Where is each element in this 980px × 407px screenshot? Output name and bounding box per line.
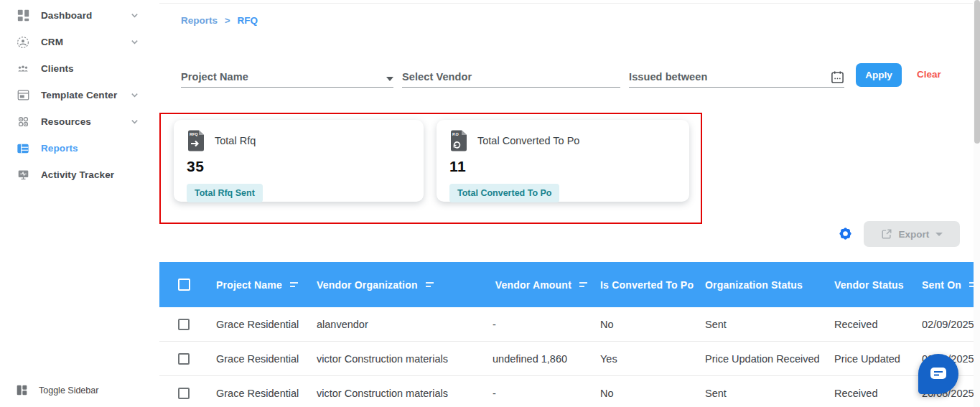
filter-icon[interactable] — [425, 281, 434, 289]
calendar-icon — [831, 70, 844, 84]
export-button[interactable]: Export — [864, 221, 960, 247]
breadcrumb-rfq-link[interactable]: RFQ — [238, 15, 258, 26]
column-header-organization-status[interactable]: Organization Status — [697, 279, 826, 291]
column-label: Vendor Amount — [495, 279, 571, 291]
row-checkbox[interactable] — [178, 388, 190, 399]
cell-vendor-status: Received — [826, 388, 914, 399]
cell-vendor-status: Received — [826, 319, 914, 330]
cell-project-name: Grace Residential — [208, 388, 309, 399]
row-checkbox[interactable] — [178, 353, 190, 365]
cell-vendor-amount: - — [485, 319, 592, 330]
cell-sent-on: 02/09/2025 — [914, 319, 980, 330]
dashboard-icon — [16, 9, 30, 23]
toggle-sidebar-label: Toggle Sidebar — [39, 385, 98, 396]
export-icon — [881, 228, 892, 240]
cell-is-converted-to-po: No — [592, 319, 697, 330]
dropdown-caret-icon — [386, 77, 393, 81]
rfq-document-icon: RFQ — [187, 130, 205, 151]
clients-icon — [16, 62, 30, 76]
po-document-icon: P.O — [449, 130, 468, 151]
status-badge: Total Converted To Po — [449, 184, 559, 202]
sidebar-item-dashboard[interactable]: Dashboard — [0, 2, 159, 29]
reports-icon — [16, 141, 30, 156]
sidebar-item-label: Resources — [41, 116, 91, 127]
template-center-icon — [16, 88, 30, 103]
filter-icon[interactable] — [289, 281, 299, 289]
column-label: Is Converted To Po — [600, 279, 694, 291]
cell-is-converted-to-po: Yes — [592, 353, 697, 365]
filter-icon[interactable] — [579, 281, 588, 289]
select-vendor-select[interactable]: Select Vendor — [402, 67, 620, 88]
column-header-vendor-status[interactable]: Vendor Status — [826, 279, 914, 291]
cell-organization-status: Price Updation Received — [697, 353, 826, 365]
sidebar-item-clients[interactable]: Clients — [0, 55, 159, 82]
clear-button[interactable]: Clear — [917, 69, 941, 80]
chat-widget-button[interactable] — [918, 354, 958, 394]
project-name-placeholder: Project Name — [181, 71, 248, 83]
chevron-down-icon — [130, 90, 139, 100]
column-label: Vendor Organization — [317, 279, 418, 291]
cell-vendor-organization: alanvendor — [309, 319, 485, 330]
window-scrollbar — [974, 0, 980, 407]
card-value: 11 — [449, 158, 676, 175]
chevron-down-icon — [130, 117, 139, 126]
card-title: Total Rfq — [215, 135, 256, 146]
sidebar-item-label: Dashboard — [41, 10, 92, 21]
cell-project-name: Grace Residential — [208, 353, 309, 365]
sidebar-item-label: CRM — [41, 37, 63, 47]
breadcrumb-reports-link[interactable]: Reports — [181, 15, 218, 26]
toggle-sidebar-button[interactable]: Toggle Sidebar — [16, 384, 98, 396]
sidebar-item-crm[interactable]: CRM — [0, 29, 159, 55]
crm-icon — [16, 35, 30, 50]
project-name-select[interactable]: Project Name — [181, 67, 393, 88]
table-row: Grace Residential alanvendor - No Sent R… — [159, 307, 980, 342]
chevron-down-icon — [130, 11, 139, 20]
table-header-row: Project Name Vendor Organization Vendor … — [159, 262, 980, 307]
activity-tracker-icon — [16, 168, 30, 182]
sidebar-item-label: Template Center — [41, 90, 117, 100]
sidebar-item-label: Clients — [41, 63, 74, 74]
sidebar-item-reports[interactable]: Reports — [0, 135, 159, 162]
card-title: Total Converted To Po — [477, 135, 579, 146]
status-badge: Total Rfq Sent — [187, 184, 263, 202]
select-all-checkbox[interactable] — [178, 279, 190, 291]
cell-organization-status: Sent — [697, 319, 826, 330]
rfq-table: Project Name Vendor Organization Vendor … — [159, 262, 980, 407]
column-header-sent-on[interactable]: Sent On — [914, 279, 980, 291]
cell-organization-status: Sent — [697, 388, 826, 399]
issued-between-datepicker[interactable]: Issued between — [629, 67, 844, 88]
column-label: Project Name — [216, 279, 282, 291]
breadcrumb: Reports > RFQ — [181, 15, 258, 26]
column-header-is-converted-to-po[interactable]: Is Converted To Po — [592, 279, 697, 291]
sidebar-item-template-center[interactable]: Template Center — [0, 82, 159, 108]
sidebar-item-label: Activity Tracker — [41, 169, 114, 180]
svg-text:P.O: P.O — [452, 132, 459, 136]
table-row: Grace Residential victor Construction ma… — [159, 376, 980, 407]
column-label: Sent On — [922, 279, 961, 291]
table-row: Grace Residential victor Construction ma… — [159, 342, 980, 376]
apply-button[interactable]: Apply — [856, 63, 902, 87]
sidebar-item-activity-tracker[interactable]: Activity Tracker — [0, 162, 159, 188]
total-rfq-card: RFQ Total Rfq 35 Total Rfq Sent — [174, 120, 424, 202]
column-header-vendor-organization[interactable]: Vendor Organization — [309, 279, 485, 291]
settings-gear-icon[interactable] — [837, 225, 854, 243]
content-top-divider — [159, 3, 973, 4]
column-header-vendor-amount[interactable]: Vendor Amount — [485, 279, 592, 291]
column-label: Organization Status — [705, 279, 803, 291]
sidebar-item-resources[interactable]: Resources — [0, 108, 159, 135]
row-checkbox[interactable] — [178, 319, 190, 330]
cell-vendor-amount: - — [485, 388, 592, 399]
cell-is-converted-to-po: No — [592, 388, 697, 399]
scrollbar-thumb[interactable] — [974, 0, 980, 144]
cell-vendor-organization: victor Construction materials — [309, 388, 485, 399]
chat-icon — [930, 367, 947, 381]
cell-vendor-organization: victor Construction materials — [309, 353, 485, 365]
cell-project-name: Grace Residential — [208, 319, 309, 330]
issued-between-placeholder: Issued between — [629, 71, 707, 83]
column-header-project-name[interactable]: Project Name — [208, 279, 309, 291]
column-label: Vendor Status — [834, 279, 904, 291]
cell-vendor-status: Price Updated — [826, 353, 914, 365]
resources-icon — [16, 115, 30, 129]
sidebar: Dashboard CRM — [0, 0, 159, 407]
sidebar-item-label: Reports — [41, 143, 78, 154]
